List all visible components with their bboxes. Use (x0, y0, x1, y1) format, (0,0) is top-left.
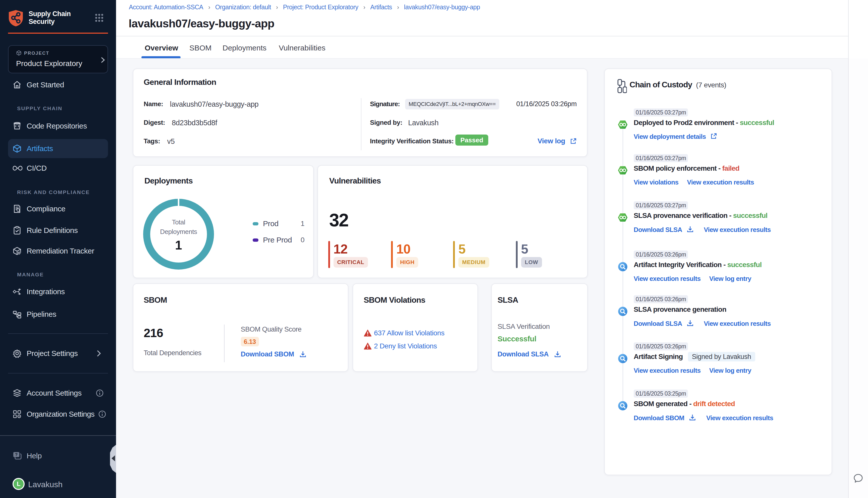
svg-text:?: ? (15, 452, 17, 457)
